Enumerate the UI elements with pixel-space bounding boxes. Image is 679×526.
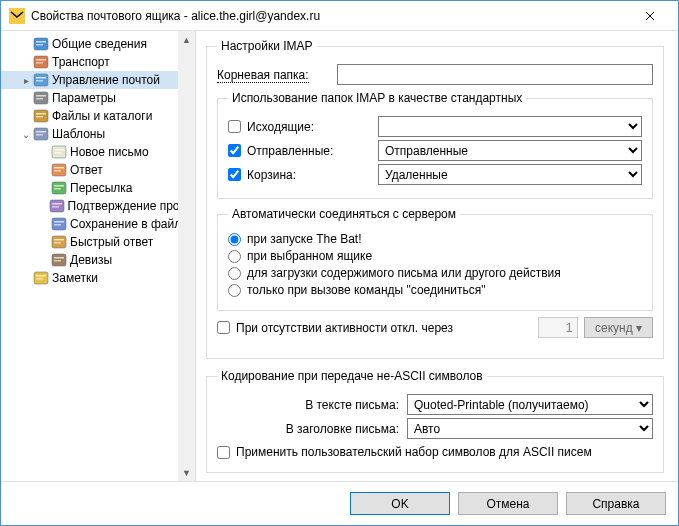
svg-rect-27 (54, 188, 61, 190)
help-button[interactable]: Справка (566, 492, 666, 515)
svg-rect-18 (36, 134, 43, 136)
svg-rect-30 (52, 206, 59, 208)
body-encoding-label: В тексте письма: (217, 398, 407, 412)
idle-label: При отсутствии активности откл. через (236, 321, 538, 335)
trash-check-label[interactable]: Корзина: (228, 168, 378, 182)
svg-rect-9 (36, 80, 43, 82)
trash-select[interactable]: Удаленные (378, 164, 642, 185)
svg-rect-5 (36, 59, 46, 61)
tree-item-label: Пересылка (70, 181, 132, 195)
scrollbar[interactable]: ▲ ▼ (178, 31, 195, 481)
tree-item-folders[interactable]: Файлы и каталоги (1, 107, 195, 125)
tree-item-mail-manage[interactable]: ▸Управление почтой (1, 71, 195, 89)
transport-icon (33, 54, 49, 70)
mail-manage-icon (33, 72, 49, 88)
dialog-window: Свойства почтового ящика - alice.the.gir… (0, 0, 679, 526)
tree-item-mottos[interactable]: Девизы (1, 251, 195, 269)
sent-check-label[interactable]: Отправленные: (228, 144, 378, 158)
svg-rect-36 (54, 242, 61, 244)
tree-item-label: Новое письмо (70, 145, 149, 159)
custom-charset-checkbox[interactable] (217, 446, 230, 459)
autoconnect-opt-label: для загрузки содержимого письма или друг… (247, 266, 561, 280)
tree-item-notes[interactable]: Заметки (1, 269, 195, 287)
tree-item-globe[interactable]: Общие сведения (1, 35, 195, 53)
globe-icon (33, 36, 49, 52)
cancel-button[interactable]: Отмена (458, 492, 558, 515)
app-icon (9, 8, 25, 24)
tree-item-label: Файлы и каталоги (52, 109, 152, 123)
svg-rect-26 (54, 185, 64, 187)
outbox-check-label[interactable]: Исходящие: (228, 120, 378, 134)
header-encoding-label: В заголовке письма: (217, 422, 407, 436)
root-folder-input[interactable] (337, 64, 653, 85)
svg-rect-41 (36, 275, 46, 277)
scroll-down-icon[interactable]: ▼ (178, 464, 195, 481)
svg-rect-2 (36, 41, 46, 43)
tree-item-new-msg[interactable]: Новое письмо (1, 143, 195, 161)
idle-value-spinner[interactable] (538, 317, 578, 338)
svg-rect-6 (36, 62, 43, 64)
tree-item-params[interactable]: Параметры (1, 89, 195, 107)
ok-button[interactable]: OK (350, 492, 450, 515)
imap-legend: Настройки IMAP (217, 39, 317, 53)
tree-item-reply[interactable]: Ответ (1, 161, 195, 179)
tree-item-label: Транспорт (52, 55, 110, 69)
idle-unit-button[interactable]: секунд ▾ (584, 317, 653, 338)
tree-item-label: Ответ (70, 163, 103, 177)
root-folder-label: Корневая папка: (217, 68, 337, 82)
titlebar: Свойства почтового ящика - alice.the.gir… (1, 1, 678, 31)
tree-item-forward[interactable]: Пересылка (1, 179, 195, 197)
tree-item-transport[interactable]: Транспорт (1, 53, 195, 71)
tree-item-quick-reply[interactable]: Быстрый ответ (1, 233, 195, 251)
tree-item-label: Быстрый ответ (70, 235, 153, 249)
outbox-checkbox[interactable] (228, 120, 241, 133)
tree-item-label: Параметры (52, 91, 116, 105)
autoconnect-radio-0[interactable] (228, 233, 241, 246)
svg-rect-21 (54, 152, 61, 154)
custom-charset-label: Применить пользовательский набор символо… (236, 445, 592, 459)
tree-item-label: Сохранение в файл (70, 217, 181, 231)
autoconnect-radio-3[interactable] (228, 284, 241, 297)
close-button[interactable] (630, 2, 670, 30)
svg-rect-38 (54, 257, 64, 259)
tree-item-label: Управление почтой (52, 73, 160, 87)
outbox-select[interactable] (378, 116, 642, 137)
svg-rect-24 (54, 170, 61, 172)
save-file-icon (51, 216, 67, 232)
window-title: Свойства почтового ящика - alice.the.gir… (31, 9, 630, 23)
encoding-legend: Кодирование при передаче не-ASCII символ… (217, 369, 487, 383)
svg-rect-29 (52, 203, 62, 205)
twisty-icon: ▸ (19, 75, 33, 86)
new-msg-icon (51, 144, 67, 160)
nav-tree: Общие сведенияТранспорт▸Управление почто… (1, 31, 196, 481)
svg-rect-42 (36, 278, 43, 280)
folders-icon (33, 108, 49, 124)
scroll-up-icon[interactable]: ▲ (178, 31, 195, 48)
reply-icon (51, 162, 67, 178)
tree-item-label: Заметки (52, 271, 98, 285)
imap-std-folders-group: Использование папок IMAP в качестве стан… (217, 91, 653, 199)
svg-rect-35 (54, 239, 64, 241)
twisty-icon[interactable]: ⌄ (19, 129, 33, 140)
trash-checkbox[interactable] (228, 168, 241, 181)
tree-item-confirm[interactable]: Подтверждение прочт (1, 197, 195, 215)
tree-item-templates[interactable]: ⌄Шаблоны (1, 125, 195, 143)
autoconnect-legend: Автоматически соединяться с сервером (228, 207, 460, 221)
notes-icon (33, 270, 49, 286)
mottos-icon (51, 252, 67, 268)
content-pane: Настройки IMAP Корневая папка: Использов… (196, 31, 678, 481)
tree-item-save-file[interactable]: Сохранение в файл (1, 215, 195, 233)
header-encoding-select[interactable]: Авто (407, 418, 653, 439)
autoconnect-opt-label: при запуске The Bat! (247, 232, 362, 246)
templates-icon (33, 126, 49, 142)
autoconnect-radio-1[interactable] (228, 250, 241, 263)
sent-checkbox[interactable] (228, 144, 241, 157)
autoconnect-radio-2[interactable] (228, 267, 241, 280)
svg-rect-15 (36, 116, 43, 118)
svg-rect-14 (36, 113, 46, 115)
svg-rect-17 (36, 131, 46, 133)
idle-disconnect-checkbox[interactable] (217, 321, 230, 334)
svg-rect-32 (54, 221, 64, 223)
body-encoding-select[interactable]: Quoted-Printable (получитаемо) (407, 394, 653, 415)
sent-select[interactable]: Отправленные (378, 140, 642, 161)
